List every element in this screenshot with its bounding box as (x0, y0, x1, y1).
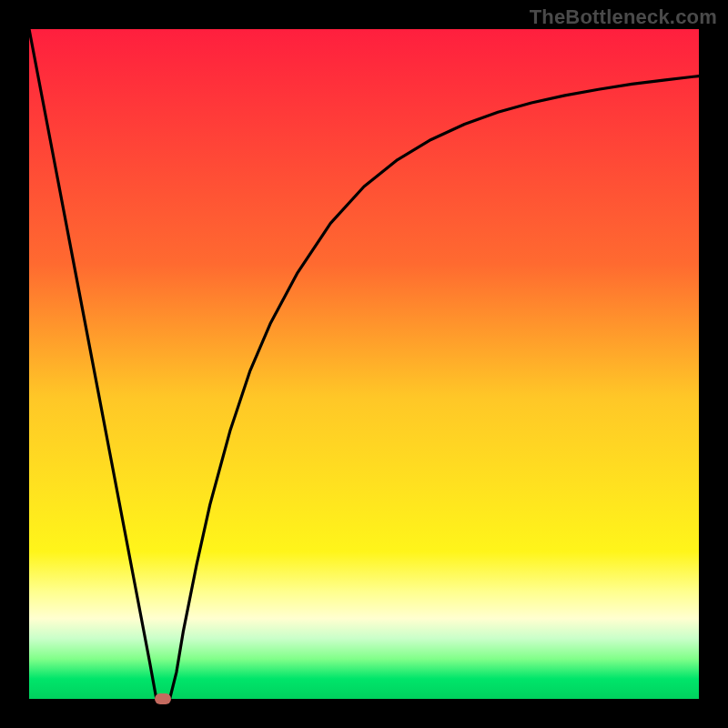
bottleneck-curve (29, 29, 699, 699)
plot-area (29, 29, 699, 699)
minimum-marker (155, 693, 171, 704)
curve-svg (29, 29, 699, 699)
watermark-text: TheBottleneck.com (530, 5, 717, 29)
chart-container: TheBottleneck.com (0, 0, 728, 728)
